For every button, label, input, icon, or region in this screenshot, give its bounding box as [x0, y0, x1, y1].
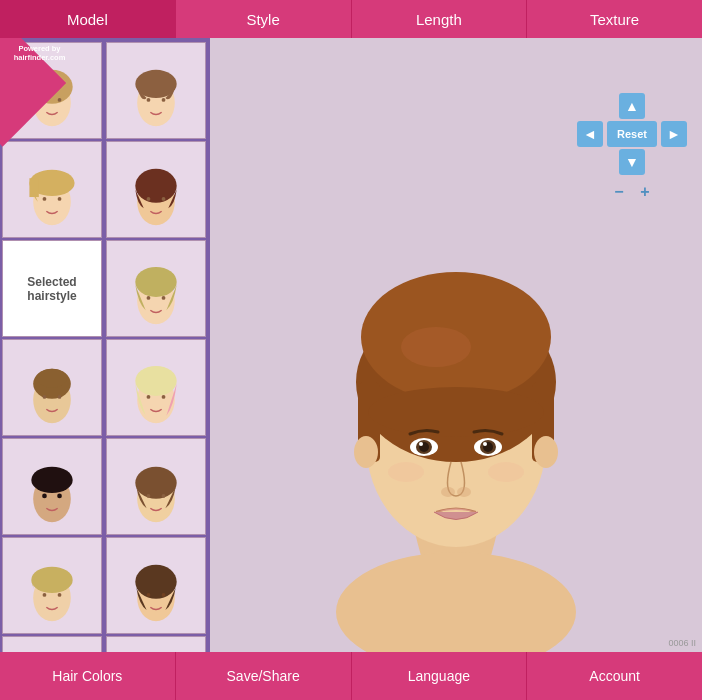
svg-point-29: [162, 395, 166, 399]
svg-point-61: [401, 327, 471, 367]
brand-text: Powered byhairfinder.com: [2, 44, 77, 62]
svg-point-11: [43, 197, 47, 201]
tab-style[interactable]: Style: [176, 0, 352, 38]
svg-point-31: [31, 466, 72, 492]
svg-point-12: [58, 197, 62, 201]
svg-point-23: [37, 368, 67, 387]
svg-point-7: [162, 98, 166, 102]
svg-point-24: [43, 395, 47, 399]
svg-point-3: [58, 98, 62, 102]
tab-language[interactable]: Language: [352, 652, 528, 700]
svg-point-18: [135, 266, 176, 296]
svg-point-37: [162, 494, 166, 498]
svg-point-40: [43, 593, 47, 597]
hairstyle-thumb-selected[interactable]: Selected hairstyle: [2, 240, 102, 337]
hairstyle-thumb-13[interactable]: [2, 636, 102, 652]
svg-point-71: [457, 487, 471, 497]
tab-hair-colors[interactable]: Hair Colors: [0, 652, 176, 700]
svg-point-32: [42, 493, 47, 498]
tab-account[interactable]: Account: [527, 652, 702, 700]
svg-point-73: [488, 462, 524, 482]
hairstyle-thumb-2[interactable]: [106, 42, 206, 139]
hairstyle-thumb-12[interactable]: [106, 537, 206, 634]
tab-save-share[interactable]: Save/Share: [176, 652, 352, 700]
svg-point-69: [483, 442, 487, 446]
hairstyle-thumb-7[interactable]: [2, 339, 102, 436]
svg-point-25: [58, 395, 62, 399]
svg-point-14: [135, 168, 176, 202]
svg-point-70: [441, 487, 455, 497]
bottom-navigation: Hair Colors Save/Share Language Account: [0, 652, 702, 700]
svg-point-28: [147, 395, 151, 399]
hairstyle-thumb-6[interactable]: [106, 240, 206, 337]
hairstyle-thumb-11[interactable]: [2, 537, 102, 634]
tab-model[interactable]: Model: [0, 0, 176, 38]
hairstyle-thumb-14[interactable]: [106, 636, 206, 652]
svg-point-39: [31, 566, 72, 592]
svg-point-20: [162, 296, 166, 300]
svg-point-36: [147, 494, 151, 498]
model-preview: ▲ ◄ Reset ► ▼ − +: [210, 38, 702, 652]
selected-label: Selected hairstyle: [19, 267, 84, 311]
hairstyle-thumb-8[interactable]: [106, 339, 206, 436]
svg-point-43: [135, 564, 176, 598]
svg-point-72: [388, 462, 424, 482]
svg-point-54: [336, 552, 576, 652]
hairstyle-thumb-9[interactable]: [2, 438, 102, 535]
model-face-svg: [296, 152, 616, 652]
svg-point-6: [147, 98, 151, 102]
svg-point-45: [162, 593, 166, 597]
svg-point-74: [354, 436, 378, 468]
svg-point-65: [419, 442, 423, 446]
svg-point-33: [57, 493, 62, 498]
svg-point-15: [147, 197, 151, 201]
svg-point-27: [135, 365, 176, 395]
svg-point-19: [147, 296, 151, 300]
tab-length[interactable]: Length: [352, 0, 528, 38]
hairstyle-thumb-4[interactable]: [106, 141, 206, 238]
hairstyle-thumb-10[interactable]: [106, 438, 206, 535]
svg-point-75: [534, 436, 558, 468]
svg-point-44: [147, 593, 151, 597]
svg-point-60: [368, 387, 544, 437]
top-navigation: Model Style Length Texture: [0, 0, 702, 38]
thumbnail-grid: Selected hairstyle: [0, 40, 210, 652]
model-container: [210, 38, 702, 652]
main-content: Powered byhairfinder.com: [0, 38, 702, 652]
svg-point-41: [58, 593, 62, 597]
svg-point-16: [162, 197, 166, 201]
svg-rect-10: [29, 178, 38, 197]
hairstyle-sidebar: Powered byhairfinder.com: [0, 38, 210, 652]
tab-texture[interactable]: Texture: [527, 0, 702, 38]
watermark: 0006 II: [668, 638, 696, 648]
svg-point-35: [135, 466, 176, 498]
hairstyle-thumb-3[interactable]: [2, 141, 102, 238]
